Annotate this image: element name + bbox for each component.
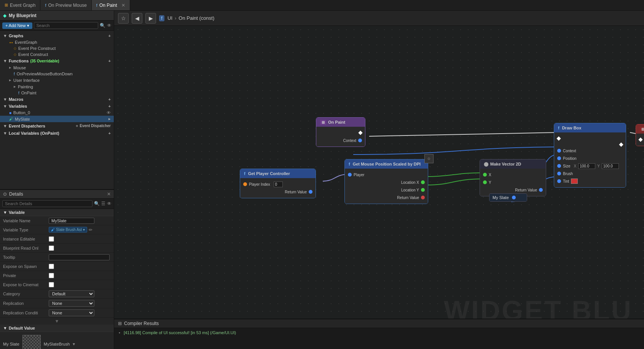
slate-dropdown-icon[interactable]: ▾ <box>73 341 75 347</box>
tree-item-myslate[interactable]: 🖌 MySlate ▸ <box>0 116 114 122</box>
mv-return: Return Value <box>480 186 546 194</box>
node-draw-box[interactable]: f Draw Box Context <box>554 123 626 188</box>
tree-item-on-paint[interactable]: f OnPaint <box>0 90 114 96</box>
node-make-vector2d[interactable]: ⬤ Make Vector 2D X Y Return Value <box>480 159 546 196</box>
node-get-player-controller[interactable]: f Get Player Controller Player Index Ret… <box>240 169 316 198</box>
node-get-mouse-position[interactable]: f Get Mouse Position Scaled by DPI Playe… <box>344 159 428 204</box>
functions-section-header[interactable]: ▼ Functions (35 Overridable) + <box>0 57 114 64</box>
mv-x: X <box>480 171 546 178</box>
user-interface-folder-icon: ▸ <box>9 78 11 83</box>
local-variables-add-icon[interactable]: + <box>108 131 111 135</box>
instance-editable-checkbox[interactable] <box>49 236 54 242</box>
search-icon[interactable]: 🔍 <box>100 23 105 28</box>
node-return[interactable]: ⊞ Return Node <box>636 124 644 146</box>
variable-section-arrow: ▼ <box>3 210 7 215</box>
tab-event-graph[interactable]: ⊞ Event Graph <box>0 0 40 10</box>
details-search: 🔍 ☰ 👁 <box>0 199 114 209</box>
node-on-paint[interactable]: ⊞ On Paint Context <box>316 117 365 147</box>
event-construct-icon: ◇ <box>14 53 16 56</box>
details-search-icon[interactable]: 🔍 <box>94 201 100 206</box>
blueprint-read-only-checkbox[interactable] <box>49 245 54 251</box>
draw-box-context: Context <box>554 147 626 155</box>
variables-add-icon[interactable]: + <box>108 104 111 108</box>
local-variables-header[interactable]: ▼ Local Variables (OnPaint) + <box>0 130 114 137</box>
default-value-arrow: ▼ <box>3 326 7 330</box>
prop-expose-on-spawn: Expose on Spawn <box>0 262 114 271</box>
tree-item-user-interface[interactable]: ▸ User Interface <box>0 77 114 83</box>
tree-item-on-preview-mouse[interactable]: f OnPreviewMouseButtonDown <box>0 71 114 77</box>
tab-close-icon[interactable]: ✕ <box>121 3 125 8</box>
category-select[interactable]: Default <box>49 290 94 297</box>
search-input[interactable] <box>37 23 96 28</box>
size-x-input[interactable] <box>578 163 595 169</box>
scroll-down-arrow[interactable]: ▼ <box>0 318 114 325</box>
forward-button[interactable]: ▶ <box>145 13 156 24</box>
player-index-input[interactable] <box>274 182 283 187</box>
prop-blueprint-read-only: Blueprint Read Onl <box>0 244 114 253</box>
add-new-button[interactable]: + Add New ▾ <box>2 22 32 29</box>
tab-on-preview-mouse[interactable]: f On Preview Mouse <box>40 0 91 10</box>
replication-select[interactable]: None <box>49 300 94 307</box>
variable-name-input[interactable] <box>49 218 94 224</box>
details-eye-icon[interactable]: 👁 <box>107 201 112 206</box>
functions-add-icon[interactable]: + <box>108 59 111 63</box>
breadcrumb-on-paint: On Paint (const) <box>179 15 214 21</box>
macros-section-header[interactable]: ▼ Macros + <box>0 96 114 103</box>
draw-box-brush: Brush <box>554 170 626 177</box>
my-blueprint-title: My Blueprint <box>9 13 111 18</box>
f-icon-paint: f <box>96 3 97 8</box>
myslate-var-icon: 🖌 <box>9 117 13 121</box>
macros-add-icon[interactable]: + <box>108 97 111 102</box>
tint-color-swatch[interactable] <box>571 178 578 184</box>
variables-arrow-icon: ▼ <box>3 104 7 108</box>
default-value-section-header[interactable]: ▼ Default Value <box>0 325 114 332</box>
button0-var-icon: ■ <box>9 111 11 115</box>
eye-icon[interactable]: 👁 <box>107 23 112 28</box>
details-search-input[interactable] <box>2 200 92 207</box>
node-my-slate[interactable]: My Slate <box>489 193 527 202</box>
eye-closed-icon[interactable]: 👁 <box>107 110 111 115</box>
exec-out-pin <box>619 142 623 147</box>
tree-item-painting[interactable]: ▸ Painting <box>0 83 114 90</box>
compiler-content: • [4116.98] Compile of UI successful! [i… <box>114 328 644 337</box>
size-pin <box>557 164 561 168</box>
capture-icon[interactable]: ⊙ <box>424 154 434 163</box>
breadcrumb-ui[interactable]: UI <box>167 15 172 21</box>
tree-item-button0[interactable]: ■ Button_0 👁 <box>0 110 114 116</box>
expose-on-spawn-checkbox[interactable] <box>49 264 54 269</box>
draw-box-exec-in <box>554 135 626 142</box>
back-button[interactable]: ◀ <box>132 13 142 24</box>
tree-item-eventgraph[interactable]: ⬥⬥ EventGraph <box>0 39 114 45</box>
eventgraph-icon: ⬥⬥ <box>9 40 13 44</box>
graphs-section-header[interactable]: ▼ Graphs + <box>0 32 114 39</box>
graphs-add-icon[interactable]: + <box>108 33 111 38</box>
painting-folder-icon: ▸ <box>14 84 16 89</box>
details-close-icon[interactable]: ✕ <box>107 191 111 197</box>
mv-x-pin <box>483 173 487 177</box>
size-y-input[interactable] <box>602 163 619 169</box>
variables-section-header[interactable]: ▼ Variables + <box>0 103 114 110</box>
player-index-pin <box>243 182 247 186</box>
prop-tooltip: Tooltip <box>0 253 114 262</box>
tree-item-event-construct[interactable]: ◇ Event Construct <box>0 51 114 57</box>
event-dispatchers-header[interactable]: ▼ Event Dispatchers ＋ Event Dispatcher <box>0 122 114 130</box>
type-edit-icon[interactable]: ✏ <box>89 227 92 233</box>
draw-box-tint: Tint <box>554 177 626 185</box>
type-dropdown-icon[interactable]: ▾ <box>83 228 85 232</box>
variable-type-badge[interactable]: 🖌 Slate Brush Ast ▾ <box>49 227 87 233</box>
replication-conditi-select[interactable]: None <box>49 309 94 316</box>
blueprint-canvas[interactable]: ⊞ On Paint Context f Draw Box <box>114 26 644 349</box>
event-dispatchers-add-icon[interactable]: ＋ Event Dispatcher <box>75 123 111 129</box>
tree-item-mouse[interactable]: ▸ Mouse <box>0 64 114 71</box>
bookmark-button[interactable]: ☆ <box>118 13 129 24</box>
tab-on-paint[interactable]: f On Paint ✕ <box>92 0 130 10</box>
details-list-icon[interactable]: ☰ <box>101 201 105 206</box>
private-checkbox[interactable] <box>49 273 54 278</box>
expose-to-cinemat-checkbox[interactable] <box>49 282 54 287</box>
variable-section-header[interactable]: ▼ Variable <box>0 209 114 216</box>
draw-box-size: Size X Y <box>554 162 626 170</box>
tree-item-event-pre-construct[interactable]: ◇ Event Pre Construct <box>0 45 114 51</box>
tooltip-input[interactable] <box>49 254 110 260</box>
eye-open-icon[interactable]: ▸ <box>108 116 111 121</box>
mv-y-pin <box>483 180 487 184</box>
